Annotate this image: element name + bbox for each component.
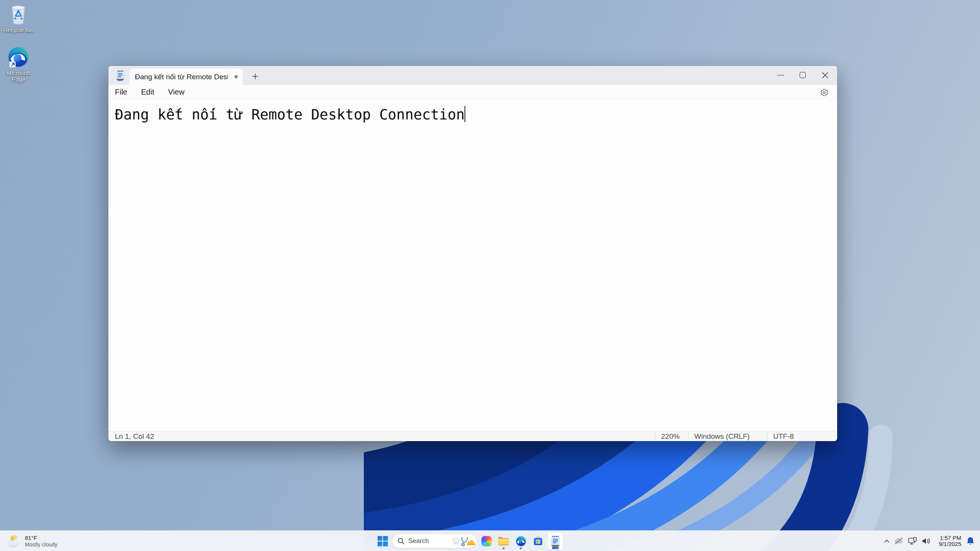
desktop-icon-recycle-bin[interactable]: Recycle Bin (0, 3, 37, 33)
windows-logo-icon (378, 536, 388, 546)
notepad-window: Đang kết nối từ Remote Desktop C File Ed… (108, 66, 837, 441)
taskbar-edge-button[interactable] (513, 532, 529, 550)
status-bar: Ln 1, Col 42 220% Windows (CRLF) UTF-8 (108, 431, 837, 441)
text-caret (465, 106, 465, 122)
display-icon (908, 537, 917, 545)
search-placeholder: Search (408, 537, 429, 545)
taskbar-search-box[interactable]: Search (392, 534, 477, 548)
tray-notifications-button[interactable] (963, 533, 978, 549)
onedrive-paused-icon (894, 538, 903, 544)
taskbar: 81°F Mostly cloudy Search (0, 530, 980, 551)
notepad-icon (550, 535, 560, 547)
titlebar[interactable]: Đang kết nối từ Remote Desktop C (108, 66, 837, 85)
tray-clock[interactable]: 1:57 PM 9/1/2025 (933, 535, 963, 547)
minimize-button[interactable] (769, 66, 792, 84)
copilot-icon (481, 536, 492, 546)
menu-file[interactable]: File (115, 88, 127, 96)
edge-icon (0, 46, 37, 68)
menu-bar: File Edit View (108, 85, 837, 99)
tab-document[interactable]: Đang kết nối từ Remote Desktop C (129, 69, 243, 85)
chevron-up-icon (884, 540, 889, 543)
new-tab-button[interactable] (247, 69, 263, 83)
desktop-icon-label: Microsoft Edge (0, 70, 37, 83)
unsaved-changes-dot-icon (234, 75, 238, 78)
weather-widget[interactable]: 81°F Mostly cloudy (4, 531, 61, 551)
weather-temperature: 81°F (25, 535, 57, 541)
text-editor[interactable]: Đang kết nối từ Remote Desktop Connectio… (108, 99, 837, 431)
cursor-position: Ln 1, Col 42 (108, 432, 655, 441)
search-icon (398, 538, 404, 544)
volume-icon (922, 537, 931, 545)
start-button[interactable] (374, 532, 391, 550)
file-explorer-icon (498, 536, 509, 546)
plus-icon (252, 73, 258, 80)
encoding: UTF-8 (767, 432, 837, 441)
menu-view[interactable]: View (168, 88, 185, 96)
line-ending: Windows (CRLF) (688, 432, 767, 441)
taskbar-notepad-button[interactable] (547, 532, 563, 550)
taskbar-store-button[interactable] (530, 532, 546, 550)
tray-volume-button[interactable] (919, 533, 933, 549)
taskbar-copilot-button[interactable] (478, 532, 494, 550)
edge-icon (515, 536, 527, 547)
tray-onedrive-button[interactable] (892, 533, 906, 549)
menu-edit[interactable]: Edit (141, 88, 154, 96)
clock-time: 1:57 PM (933, 535, 961, 541)
running-indicator (502, 547, 505, 549)
search-highlight-icon (452, 535, 475, 548)
tray-network-display-button[interactable] (906, 533, 919, 549)
settings-button[interactable] (817, 87, 831, 98)
running-indicator (520, 547, 522, 549)
minimize-icon (777, 75, 784, 75)
weather-moon-cloud-icon (7, 535, 21, 548)
gear-icon (820, 88, 828, 96)
weather-condition: Mostly cloudy (25, 541, 57, 548)
notepad-app-icon (116, 70, 124, 81)
bell-icon (966, 536, 975, 546)
recycle-bin-icon (0, 3, 37, 25)
tab-title: Đang kết nối từ Remote Desktop C (135, 73, 228, 81)
close-button[interactable] (814, 66, 836, 84)
taskbar-file-explorer-button[interactable] (496, 532, 512, 550)
desktop-icon-microsoft-edge[interactable]: Microsoft Edge (0, 46, 37, 83)
zoom-level: 220% (655, 432, 688, 441)
clock-date: 9/1/2025 (933, 541, 961, 547)
close-icon (822, 72, 828, 78)
maximize-icon (800, 72, 806, 78)
editor-text: Đang kết nối từ Remote Desktop Connectio… (115, 106, 465, 123)
store-icon (533, 536, 543, 546)
active-indicator (552, 547, 559, 549)
desktop-icon-label: Recycle Bin (0, 27, 37, 33)
tray-show-hidden-icons-button[interactable] (881, 533, 892, 549)
maximize-button[interactable] (792, 66, 814, 84)
